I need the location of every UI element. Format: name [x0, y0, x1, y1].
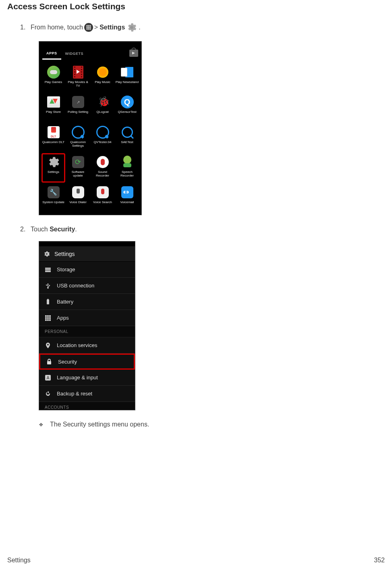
settings-row-storage[interactable]: Storage: [39, 262, 135, 278]
app-label: Qualcomm Settings: [66, 141, 90, 148]
svg-text:A: A: [47, 376, 50, 380]
app-label: QSensorTest: [118, 110, 136, 114]
play-music-icon: [96, 66, 109, 79]
settings-row-label: Language & input: [57, 374, 98, 381]
step-1-settings-word: Settings: [100, 24, 125, 31]
app-system-update[interactable]: System Update: [41, 183, 65, 212]
play-games-icon: [47, 66, 60, 79]
settings-row-location-services[interactable]: Location services: [39, 337, 135, 354]
apps-drawer-screenshot: APPS WIDGETS Play Games Play Movies & TV…: [39, 41, 142, 215]
app-saetest[interactable]: SAETest: [115, 123, 139, 152]
svg-rect-18: [45, 319, 47, 321]
settings-row-label: USB connection: [57, 283, 94, 289]
settings-row-label: Apps: [57, 315, 69, 321]
svg-rect-3: [45, 268, 51, 269]
polling-icon: [72, 96, 84, 108]
app-label: Voicemail: [120, 201, 134, 204]
app-play-store[interactable]: Play Store: [41, 93, 65, 122]
app-qvtester[interactable]: QVTester.04: [91, 123, 114, 152]
usb-icon: [45, 283, 51, 289]
app-play-music[interactable]: Play Music: [91, 63, 114, 92]
settings-list: StorageUSB connectionBatteryAppsPERSONAL…: [39, 262, 135, 410]
settings-row-usb-connection[interactable]: USB connection: [39, 278, 135, 294]
home-icon: [84, 23, 93, 32]
app-label: QVTester.04: [93, 141, 111, 144]
app-label: Polling Setting: [68, 110, 88, 114]
app-speech-recorder[interactable]: Speech Recorder: [115, 153, 139, 182]
app-label: Play Newsstand: [116, 81, 139, 84]
app-qsensortest[interactable]: QQSensorTest: [115, 93, 139, 122]
app-label: System Update: [42, 201, 64, 204]
play-newsstand-icon: [121, 66, 133, 78]
page-footer: Settings 352: [7, 557, 385, 564]
apps-grid: Play Games Play Movies & TV Play Music P…: [39, 61, 141, 215]
svg-point-21: [47, 344, 49, 345]
svg-rect-19: [47, 319, 49, 321]
settings-row-label: Backup & reset: [57, 391, 92, 397]
gear-icon: [43, 250, 50, 258]
tab-widgets[interactable]: WIDGETS: [61, 48, 88, 59]
tab-apps[interactable]: APPS: [42, 47, 61, 60]
app-label: Play Music: [95, 81, 110, 84]
footer-page-number: 352: [374, 557, 385, 564]
svg-rect-20: [49, 319, 51, 321]
step-1-period: .: [139, 24, 140, 31]
qvtester-icon: [96, 126, 109, 139]
app-settings[interactable]: Settings: [41, 153, 65, 182]
svg-rect-5: [45, 271, 51, 272]
svg-rect-11: [48, 299, 49, 300]
step-2-bold: Security: [50, 226, 75, 233]
qualcomm-dlt-icon: [48, 126, 60, 138]
svg-rect-17: [49, 317, 51, 319]
step-1: 1. From home, touch > Settings .: [20, 22, 385, 33]
lang-icon: A: [45, 374, 51, 381]
settings-row-backup-reset[interactable]: Backup & reset: [39, 386, 135, 402]
app-qualcomm-settings[interactable]: Qualcomm Settings: [66, 123, 90, 152]
app-play-games[interactable]: Play Games: [41, 63, 65, 92]
svg-rect-16: [47, 317, 49, 319]
settings-header: Settings: [39, 246, 135, 262]
sound-recorder-icon: [97, 156, 109, 168]
app-qualcomm-dlt[interactable]: Qualcomm DLT: [41, 123, 65, 152]
settings-row-language-input[interactable]: ALanguage & input: [39, 370, 135, 386]
apps-tabs: APPS WIDGETS: [39, 46, 141, 61]
speech-recorder-icon: [122, 156, 133, 168]
settings-gear-icon: [126, 22, 137, 33]
settings-row-apps[interactable]: Apps: [39, 310, 135, 326]
app-software-update[interactable]: Software update: [66, 153, 90, 182]
diamond-bullet-icon: ❖: [39, 422, 44, 428]
step-1-text-1: From home, touch: [31, 24, 83, 31]
settings-row-label: Security: [58, 359, 77, 365]
app-label: Software update: [66, 171, 90, 178]
app-voicemail[interactable]: Voicemail: [115, 183, 139, 212]
security-icon: [46, 358, 52, 365]
app-voice-dialer[interactable]: Voice Dialer: [66, 183, 90, 212]
app-label: Voice Search: [93, 201, 112, 204]
app-label: Qualcomm DLT: [42, 141, 64, 144]
svg-rect-13: [47, 315, 49, 317]
app-polling-setting[interactable]: Polling Setting: [66, 93, 90, 122]
result-note: ❖ The Security settings menu opens.: [39, 421, 385, 428]
svg-rect-14: [49, 315, 51, 317]
app-play-newsstand[interactable]: Play Newsstand: [115, 63, 139, 92]
app-label: Settings: [48, 171, 59, 174]
software-update-icon: [72, 156, 84, 168]
shop-icon[interactable]: [129, 50, 138, 57]
settings-row-label: Location services: [57, 342, 97, 348]
app-voice-search[interactable]: Voice Search: [91, 183, 114, 212]
app-sound-recorder[interactable]: Sound Recorder: [91, 153, 114, 182]
step-2-after: .: [75, 226, 77, 233]
app-label: SAETest: [121, 141, 133, 144]
app-qlogcat[interactable]: QLogcat: [91, 93, 114, 122]
app-label: Speech Recorder: [116, 171, 139, 178]
svg-rect-4: [45, 269, 51, 270]
app-play-movies[interactable]: Play Movies & TV: [66, 63, 90, 92]
settings-app-icon: [47, 155, 60, 169]
battery-icon: [45, 299, 51, 305]
step-2: 2. Touch Security.: [20, 226, 385, 233]
settings-row-battery[interactable]: Battery: [39, 294, 135, 310]
footer-section: Settings: [7, 557, 31, 564]
settings-row-security[interactable]: Security: [39, 354, 135, 370]
location-icon: [45, 342, 51, 349]
svg-rect-10: [47, 300, 49, 304]
